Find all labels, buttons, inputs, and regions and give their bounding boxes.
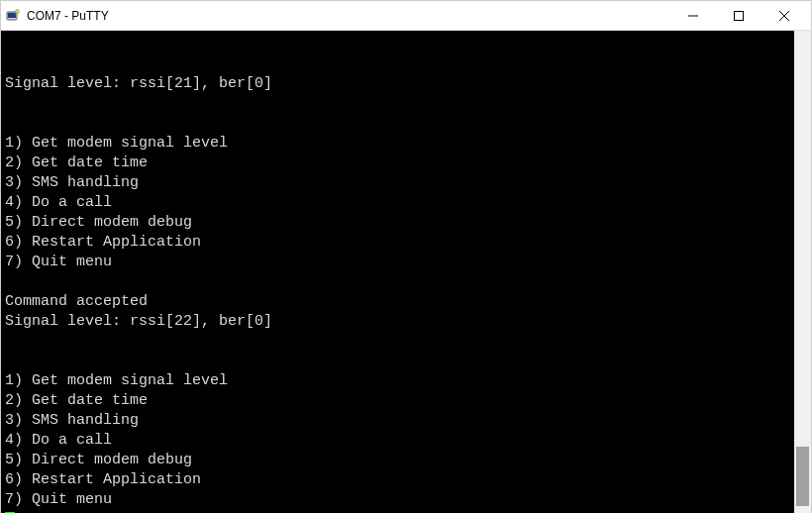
terminal-line xyxy=(5,332,790,352)
terminal-line: Signal level: rssi[22], ber[0] xyxy=(5,312,790,332)
terminal-line xyxy=(5,352,790,371)
terminal-line: 7) Quit menu xyxy=(5,490,790,510)
terminal-line: Command accepted xyxy=(5,292,790,312)
titlebar[interactable]: COM7 - PuTTY xyxy=(1,1,811,31)
terminal-line: 1) Get modem signal level xyxy=(5,134,790,154)
close-button[interactable] xyxy=(761,1,807,31)
terminal-line: 1) Get modem signal level xyxy=(5,371,790,391)
terminal-line xyxy=(5,272,790,292)
terminal-line: 5) Direct modem debug xyxy=(5,213,790,233)
terminal-line: 4) Do a call xyxy=(5,193,790,213)
terminal-line: 6) Restart Application xyxy=(5,233,790,253)
app-window: COM7 - PuTTY Signal level: rssi[21] xyxy=(0,0,812,513)
svg-rect-2 xyxy=(16,10,19,13)
window-title: COM7 - PuTTY xyxy=(27,9,670,23)
scrollbar[interactable] xyxy=(794,31,811,513)
terminal-line: 6) Restart Application xyxy=(5,470,790,490)
scrollbar-track[interactable] xyxy=(794,31,811,513)
scrollbar-thumb[interactable] xyxy=(796,447,809,506)
window-controls xyxy=(670,1,807,31)
terminal-line: 3) SMS handling xyxy=(5,173,790,193)
terminal-area: Signal level: rssi[21], ber[0]1) Get mod… xyxy=(1,31,811,513)
terminal-line: 5) Direct modem debug xyxy=(5,451,790,470)
terminal-line: Signal level: rssi[21], ber[0] xyxy=(5,74,790,94)
terminal-line: 4) Do a call xyxy=(5,431,790,451)
putty-icon xyxy=(5,8,21,24)
terminal-line xyxy=(5,94,790,114)
maximize-button[interactable] xyxy=(716,1,761,31)
terminal-line: 7) Quit menu xyxy=(5,253,790,272)
terminal-line: 2) Get date time xyxy=(5,154,790,173)
terminal[interactable]: Signal level: rssi[21], ber[0]1) Get mod… xyxy=(1,31,794,513)
svg-rect-5 xyxy=(735,11,744,20)
terminal-line: 2) Get date time xyxy=(5,391,790,411)
minimize-button[interactable] xyxy=(670,1,716,31)
terminal-line: 3) SMS handling xyxy=(5,411,790,431)
terminal-line xyxy=(5,114,790,134)
